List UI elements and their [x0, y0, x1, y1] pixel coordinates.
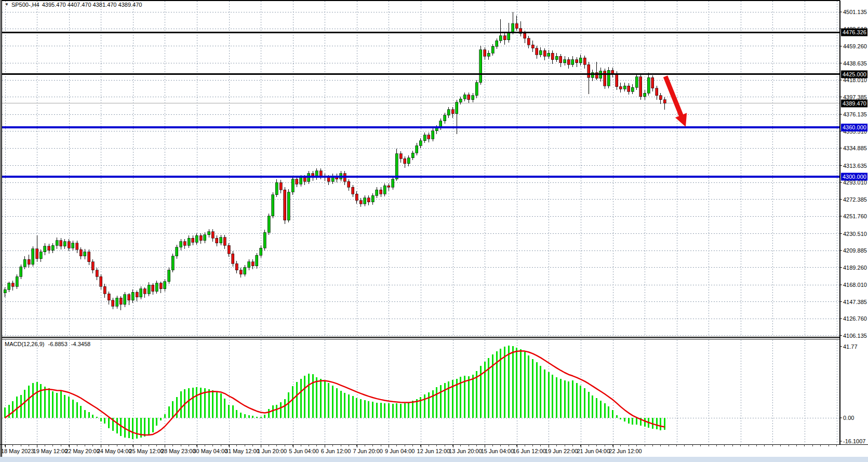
- svg-text:4126.760: 4126.760: [843, 315, 867, 322]
- svg-text:4272.385: 4272.385: [843, 196, 867, 203]
- window-bottom-strip: [0, 457, 868, 462]
- svg-text:4189.260: 4189.260: [843, 265, 867, 271]
- macd-main-value: -6.8853: [48, 341, 67, 347]
- time-label: 31 May 12:00: [225, 448, 260, 454]
- svg-text:4147.385: 4147.385: [843, 299, 867, 305]
- symbol-ohlc-values: 4395.470 4407.470 4381.470 4389.470: [42, 2, 142, 8]
- time-label: 13 Jun 20:00: [449, 448, 482, 454]
- svg-text:0.00: 0.00: [843, 415, 854, 421]
- time-label: 25 May 12:00: [129, 448, 164, 454]
- svg-text:4501.135: 4501.135: [843, 9, 867, 15]
- symbol-dropdown-icon[interactable]: ▼: [5, 3, 9, 7]
- time-label: 19 Jun 22:00: [545, 448, 578, 454]
- svg-text:4425.000: 4425.000: [843, 71, 866, 77]
- macd-name-label: MACD(12,26,9): [5, 341, 44, 347]
- time-label: 7 Jun 20:00: [353, 448, 383, 454]
- trading-terminal-chart-window: 4501.1354480.5104459.2604438.6354418.010…: [0, 0, 868, 462]
- svg-text:4106.135: 4106.135: [843, 333, 867, 339]
- svg-text:4476.326: 4476.326: [843, 29, 866, 35]
- time-label: 6 Jun 12:00: [321, 448, 351, 454]
- macd-indicator-label: MACD(12,26,9) -6.8853 -4.3458: [5, 341, 92, 347]
- svg-text:4459.260: 4459.260: [843, 43, 867, 49]
- time-label: 1 Jun 20:00: [257, 448, 287, 454]
- svg-text:41.77: 41.77: [843, 344, 858, 350]
- svg-text:4251.760: 4251.760: [843, 213, 867, 219]
- svg-text:4230.510: 4230.510: [843, 231, 867, 237]
- time-label: 21 Jun 04:00: [577, 448, 610, 454]
- svg-text:4360.000: 4360.000: [843, 124, 866, 130]
- macd-signal-value: -4.3458: [71, 341, 90, 347]
- svg-text:4389.470: 4389.470: [843, 100, 866, 107]
- symbol-timeframe-label: SP500-,H4: [11, 2, 39, 8]
- time-label: 9 Jun 04:00: [385, 448, 415, 454]
- time-label: 18 May 2023: [1, 448, 34, 454]
- svg-text:4209.885: 4209.885: [843, 247, 867, 254]
- time-label: 15 Jun 04:00: [481, 448, 514, 454]
- time-label: 28 May 23:00: [161, 448, 196, 454]
- time-label: 12 Jun 12:00: [417, 448, 450, 454]
- time-label: 5 Jun 04:00: [289, 448, 319, 454]
- svg-text:4376.135: 4376.135: [843, 111, 867, 117]
- svg-text:4397.385: 4397.385: [843, 94, 867, 100]
- time-label: 22 Jun 12:00: [609, 448, 642, 454]
- price-chart-canvas[interactable]: 4501.1354480.5104459.2604438.6354418.010…: [0, 0, 868, 462]
- time-label: 19 May 12:00: [33, 448, 68, 454]
- svg-text:-16.1007: -16.1007: [843, 438, 865, 444]
- time-label: 22 May 20:00: [65, 448, 100, 454]
- time-label: 24 May 04:00: [97, 448, 132, 454]
- time-label: 30 May 04:00: [193, 448, 228, 454]
- svg-text:4313.635: 4313.635: [843, 163, 867, 169]
- svg-text:4168.010: 4168.010: [843, 282, 867, 288]
- svg-text:4334.885: 4334.885: [843, 145, 867, 151]
- svg-text:4300.000: 4300.000: [843, 174, 866, 180]
- symbol-info-bar: ▼ SP500-,H4 4395.470 4407.470 4381.470 4…: [5, 2, 142, 8]
- svg-text:4438.635: 4438.635: [843, 60, 867, 67]
- time-label: 16 Jun 12:00: [513, 448, 546, 454]
